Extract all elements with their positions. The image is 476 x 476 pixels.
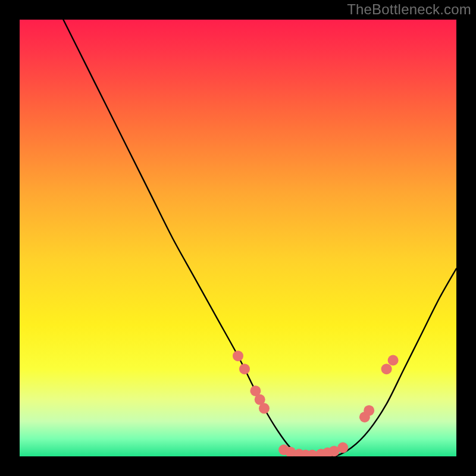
- curve-marker: [388, 355, 399, 366]
- plot-area: [20, 20, 456, 456]
- curve-marker: [259, 403, 270, 414]
- curve-marker: [364, 405, 374, 416]
- curve-marker: [233, 350, 243, 361]
- curve-marker: [337, 442, 348, 453]
- curve-marker: [239, 364, 250, 374]
- curve-marker: [381, 364, 392, 374]
- bottleneck-curve-svg: [20, 20, 456, 456]
- chart-frame: TheBottleneck.com: [0, 0, 476, 476]
- curve-markers: [233, 350, 399, 456]
- attribution-label: TheBottleneck.com: [347, 1, 471, 18]
